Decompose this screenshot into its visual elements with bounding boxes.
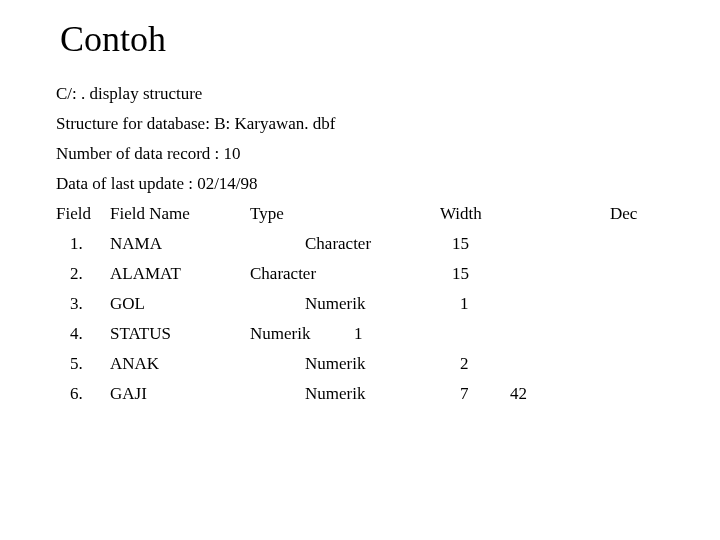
table-row: Numerik bbox=[305, 384, 365, 404]
table-row: GOL bbox=[110, 294, 145, 314]
table-row: 4. bbox=[70, 324, 83, 344]
table-row: ANAK bbox=[110, 354, 159, 374]
table-row: 6. bbox=[70, 384, 83, 404]
table-row: 2 bbox=[460, 354, 469, 374]
slide-title: Contoh bbox=[60, 18, 166, 60]
table-row: Numerik bbox=[305, 354, 365, 374]
header-dec: Dec bbox=[610, 204, 637, 224]
table-row: GAJI bbox=[110, 384, 147, 404]
table-row: Character bbox=[250, 264, 316, 284]
table-row: 5. bbox=[70, 354, 83, 374]
table-row: STATUS bbox=[110, 324, 171, 344]
table-row: Numerik bbox=[305, 294, 365, 314]
text-line-3: Number of data record : 10 bbox=[56, 144, 241, 164]
table-row: Numerik bbox=[250, 324, 310, 344]
header-name: Field Name bbox=[110, 204, 190, 224]
table-row: 2. bbox=[70, 264, 83, 284]
text-line-4: Data of last update : 02/14/98 bbox=[56, 174, 258, 194]
table-row: NAMA bbox=[110, 234, 162, 254]
text-line-1: C/: . display structure bbox=[56, 84, 202, 104]
text-line-2: Structure for database: B: Karyawan. dbf bbox=[56, 114, 335, 134]
header-field: Field bbox=[56, 204, 91, 224]
table-row: 1 bbox=[460, 294, 469, 314]
table-row: Character bbox=[305, 234, 371, 254]
table-row: 7 bbox=[460, 384, 469, 404]
table-row: 1 bbox=[354, 324, 363, 344]
header-type: Type bbox=[250, 204, 284, 224]
table-row: 15 bbox=[452, 264, 469, 284]
table-row: 3. bbox=[70, 294, 83, 314]
table-row: ALAMAT bbox=[110, 264, 181, 284]
table-row: 15 bbox=[452, 234, 469, 254]
table-row: 1. bbox=[70, 234, 83, 254]
table-row: 42 bbox=[510, 384, 527, 404]
header-width: Width bbox=[440, 204, 482, 224]
